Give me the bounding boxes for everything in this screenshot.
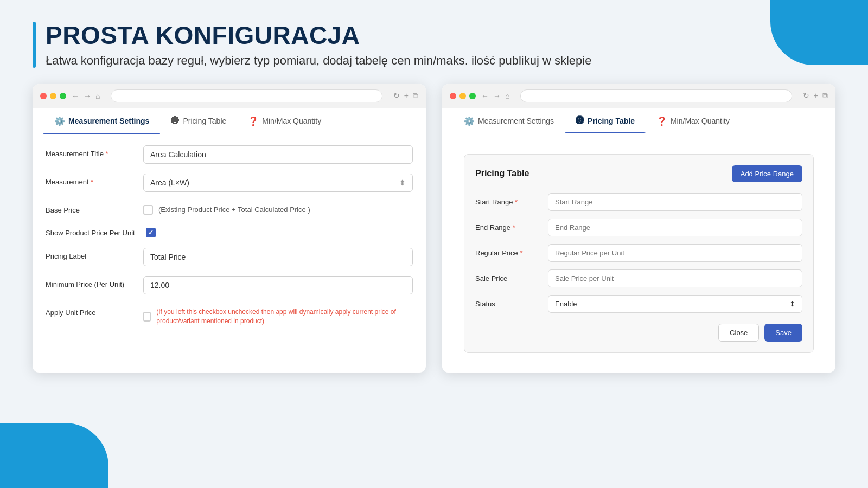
label-show-product-price: Show Product Price Per Unit — [46, 224, 135, 238]
form-row-min-price: Minimum Price (Per Unit) — [46, 276, 413, 294]
input-sale-price[interactable] — [548, 269, 802, 287]
nav-home-icon-right[interactable]: ⌂ — [505, 92, 509, 100]
base-price-checkbox[interactable] — [143, 205, 153, 215]
input-start-range[interactable] — [548, 193, 802, 211]
refresh-icon[interactable]: ↻ — [393, 91, 400, 100]
gear-icon-left: ⚙️ — [54, 116, 65, 126]
pricing-row-status: Status Enable ⬍ — [475, 295, 802, 313]
bg-decor-bottom-left — [0, 423, 108, 488]
browser-search-bar-right[interactable] — [520, 89, 792, 102]
resize-icon[interactable]: ⧉ — [413, 91, 418, 100]
tab-minmax-label-right: Min/Max Quantity — [671, 117, 730, 125]
input-end-range[interactable] — [548, 219, 802, 236]
header-text-block: PROSTA KONFIGURACJA Łatwa konfiguracja b… — [46, 22, 591, 68]
new-tab-icon[interactable]: + — [404, 91, 409, 100]
tab-measurement-settings-left[interactable]: ⚙️ Measurement Settings — [43, 108, 160, 134]
browser-dots-left — [40, 93, 66, 99]
new-tab-icon-right[interactable]: + — [814, 91, 818, 100]
label-status: Status — [475, 300, 540, 308]
label-measurement: Measurement * — [46, 174, 132, 187]
browser-actions-right: ↻ + ⧉ — [803, 91, 828, 100]
browser-nav-right: ← → ⌂ — [481, 92, 509, 100]
input-regular-price[interactable] — [548, 244, 802, 262]
right-panel: ← → ⌂ ↻ + ⧉ ⚙️ Measurement Settings — [442, 84, 835, 373]
label-apply-unit-price: Apply Unit Price — [46, 304, 132, 318]
form-row-pricing-label: Pricing Label — [46, 248, 413, 266]
add-price-range-button[interactable]: Add Price Range — [732, 165, 802, 182]
dot-yellow — [50, 93, 56, 99]
pricing-footer: Close Save — [475, 324, 802, 342]
main-title: PROSTA KONFIGURACJA — [46, 22, 591, 49]
form-row-apply-unit-price: Apply Unit Price (If you left this check… — [46, 304, 413, 326]
tab-minmax-left[interactable]: ❓ Min/Max Quantity — [237, 108, 332, 134]
apply-unit-price-wrapper: (If you left this checkbox unchecked the… — [143, 304, 413, 326]
pricing-table-container: Pricing Table Add Price Range Start Rang… — [464, 154, 814, 353]
right-panel-body: Pricing Table Add Price Range Start Rang… — [442, 134, 835, 373]
left-browser-bar: ← → ⌂ ↻ + ⧉ — [33, 84, 426, 108]
input-min-price[interactable] — [143, 276, 413, 294]
select-measurement[interactable]: Area (L×W) ⬍ — [143, 174, 413, 192]
save-button[interactable]: Save — [764, 324, 802, 342]
tab-pricing-label-left: Pricing Table — [183, 117, 226, 125]
tab-minmax-right[interactable]: ❓ Min/Max Quantity — [646, 108, 741, 134]
label-regular-price: Regular Price * — [475, 249, 540, 257]
nav-home-icon[interactable]: ⌂ — [95, 92, 100, 100]
nav-forward-icon-right[interactable]: → — [493, 92, 501, 100]
dot-green-right — [469, 93, 476, 99]
check-mark: ✓ — [148, 229, 154, 236]
pricing-icon-left: 🅢 — [171, 116, 180, 126]
show-product-price-checkbox[interactable]: ✓ — [146, 228, 156, 237]
label-base-price: Base Price — [46, 202, 132, 215]
nav-forward-icon[interactable]: → — [84, 92, 91, 100]
input-measurement-title[interactable] — [143, 145, 413, 164]
close-button[interactable]: Close — [718, 324, 759, 342]
subtitle: Łatwa konfiguracja bazy reguł, wybierz t… — [46, 54, 591, 68]
pricing-row-start-range: Start Range * — [475, 193, 802, 211]
panels-row: ← → ⌂ ↻ + ⧉ ⚙️ Measurement Settings — [33, 84, 835, 373]
input-pricing-label[interactable] — [143, 248, 413, 266]
chevron-down-icon-status: ⬍ — [789, 300, 795, 308]
show-product-price-wrapper: ✓ — [146, 224, 156, 237]
tab-measurement-label-left: Measurement Settings — [68, 117, 149, 125]
browser-search-bar-left[interactable] — [111, 89, 382, 102]
browser-dots-right — [450, 93, 476, 99]
label-sale-price: Sale Price — [475, 274, 540, 282]
tab-pricing-table-left[interactable]: 🅢 Pricing Table — [160, 108, 237, 133]
dot-green — [60, 93, 66, 99]
form-row-show-product-price: Show Product Price Per Unit ✓ — [46, 224, 413, 238]
pricing-table-header: Pricing Table Add Price Range — [475, 165, 802, 182]
label-measurement-title: Measurement Title * — [46, 145, 132, 159]
label-pricing-label: Pricing Label — [46, 248, 132, 261]
measurement-select-value: Area (L×W) — [150, 178, 189, 187]
dot-red — [40, 93, 47, 99]
tab-measurement-label-right: Measurement Settings — [478, 117, 554, 125]
pricing-table-title: Pricing Table — [475, 169, 529, 178]
apply-unit-price-hint: (If you left this checkbox unchecked the… — [156, 307, 413, 326]
nav-back-icon-right[interactable]: ← — [481, 92, 489, 100]
tab-pricing-table-right[interactable]: 🅢 Pricing Table — [565, 108, 646, 133]
label-end-range: End Range * — [475, 223, 540, 232]
resize-icon-right[interactable]: ⧉ — [822, 91, 828, 100]
select-status[interactable]: Enable ⬍ — [548, 295, 802, 313]
pricing-icon-right: 🅢 — [576, 116, 584, 126]
base-price-hint: (Existing Product Price + Total Calculat… — [158, 206, 310, 214]
tab-measurement-settings-right[interactable]: ⚙️ Measurement Settings — [453, 108, 565, 134]
dot-red-right — [450, 93, 456, 99]
pricing-row-end-range: End Range * — [475, 219, 802, 236]
chevron-down-icon: ⬍ — [399, 178, 406, 187]
left-panel-body: Measurement Title * Measurement * Area (… — [33, 134, 426, 346]
left-panel: ← → ⌂ ↻ + ⧉ ⚙️ Measurement Settings — [33, 84, 426, 373]
base-price-checkbox-wrapper: (Existing Product Price + Total Calculat… — [143, 202, 310, 215]
tab-minmax-label-left: Min/Max Quantity — [262, 117, 321, 125]
pricing-row-sale-price: Sale Price — [475, 269, 802, 287]
right-browser-bar: ← → ⌂ ↻ + ⧉ — [442, 84, 835, 108]
apply-unit-price-checkbox[interactable] — [143, 312, 151, 322]
status-value: Enable — [555, 300, 577, 308]
label-min-price: Minimum Price (Per Unit) — [46, 276, 132, 290]
left-tabs-row: ⚙️ Measurement Settings 🅢 Pricing Table … — [33, 108, 426, 134]
nav-back-icon[interactable]: ← — [72, 92, 79, 100]
dot-yellow-right — [459, 93, 466, 99]
browser-actions-left: ↻ + ⧉ — [393, 91, 418, 100]
label-start-range: Start Range * — [475, 198, 540, 206]
refresh-icon-right[interactable]: ↻ — [803, 91, 809, 100]
